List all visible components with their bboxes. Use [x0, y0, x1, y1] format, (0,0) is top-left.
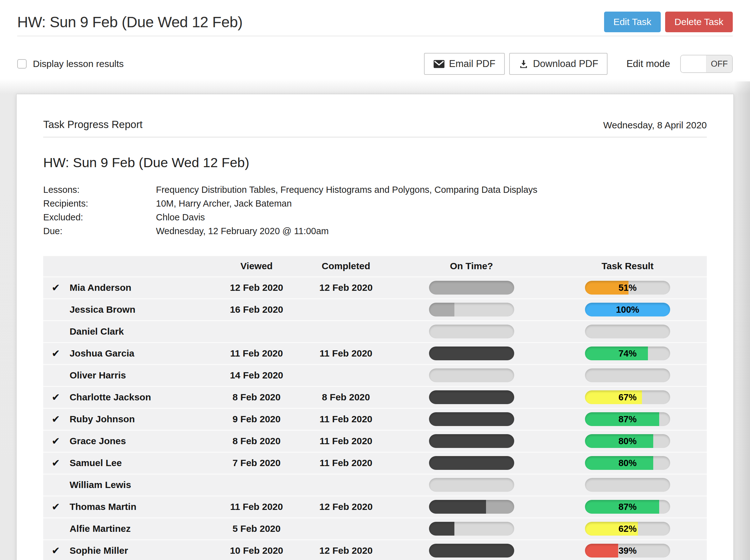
task-result-bar: 51%	[585, 281, 670, 295]
task-result-cell	[548, 321, 707, 342]
delete-task-button[interactable]: Delete Task	[665, 12, 733, 32]
edit-task-button[interactable]: Edit Task	[604, 12, 661, 32]
on-time-cell	[395, 518, 548, 540]
task-result-cell: 67%	[548, 386, 707, 408]
edit-mode-toggle-state: OFF	[707, 55, 732, 72]
student-name: Oliver Harris	[68, 364, 216, 386]
edit-mode-toggle-knob[interactable]	[681, 55, 707, 72]
on-time-bar	[429, 412, 514, 426]
report-title: Task Progress Report	[43, 119, 142, 131]
bar-segment-mid	[486, 500, 514, 514]
col-header-completed: Completed	[297, 256, 395, 277]
completed-date	[297, 321, 395, 342]
task-result-cell	[548, 364, 707, 386]
email-pdf-button[interactable]: Email PDF	[424, 53, 505, 75]
email-pdf-label: Email PDF	[449, 58, 495, 69]
student-name: Grace Jones	[68, 430, 216, 452]
download-icon	[518, 59, 529, 69]
student-name: Jessica Brown	[68, 299, 216, 321]
student-name: Alfie Martinez	[68, 518, 216, 540]
on-time-bar	[429, 303, 514, 317]
on-time-cell	[395, 540, 548, 560]
on-time-bar	[429, 391, 514, 404]
display-lesson-results-control[interactable]: Display lesson results	[17, 59, 124, 69]
viewed-date: 8 Feb 2020	[216, 430, 297, 452]
completed-check-cell	[43, 299, 68, 321]
check-icon: ✔	[52, 414, 60, 425]
task-result-cell: 87%	[548, 408, 707, 430]
on-time-bar	[585, 368, 670, 382]
detail-label: Excluded:	[43, 211, 156, 224]
page-title: HW: Sun 9 Feb (Due Wed 12 Feb)	[17, 14, 243, 31]
detail-value: Frequency Distribution Tables, Frequency…	[156, 183, 707, 197]
edit-mode-toggle[interactable]: OFF	[680, 55, 733, 73]
bar-segment-mid	[429, 281, 514, 295]
task-result-bar: 74%	[585, 346, 670, 360]
col-header-task-result: Task Result	[548, 256, 707, 277]
on-time-bar	[585, 478, 670, 492]
detail-value: 10M, Harry Archer, Jack Bateman	[156, 197, 707, 211]
on-time-cell	[395, 364, 548, 386]
completed-date	[297, 474, 395, 496]
bar-segment-mid	[429, 303, 455, 317]
completed-date	[297, 518, 395, 540]
check-icon: ✔	[52, 348, 60, 359]
on-time-bar	[429, 325, 514, 338]
check-icon: ✔	[52, 457, 60, 468]
on-time-bar	[429, 522, 514, 536]
bar-segment-dark	[429, 434, 514, 448]
detail-value: Wednesday, 12 February 2020 @ 11:00am	[156, 224, 707, 238]
student-name: William Lewis	[68, 474, 216, 496]
on-time-cell	[395, 277, 548, 299]
page-header: HW: Sun 9 Feb (Due Wed 12 Feb) Edit Task…	[0, 0, 750, 36]
task-result-percent: 87%	[585, 500, 670, 514]
display-lesson-results-checkbox[interactable]	[17, 59, 27, 68]
bar-segment-dark	[429, 522, 455, 536]
task-result-percent: 87%	[585, 412, 670, 426]
task-result-cell: 39%	[548, 540, 707, 560]
detail-row: Excluded:Chloe Davis	[43, 211, 707, 224]
table-row: ✔Charlotte Jackson8 Feb 20208 Feb 202067…	[43, 386, 707, 408]
on-time-bar	[429, 500, 514, 514]
col-header-name	[68, 256, 216, 277]
completed-date: 11 Feb 2020	[297, 342, 395, 364]
task-result-cell: 80%	[548, 452, 707, 474]
table-row: ✔Joshua Garcia11 Feb 202011 Feb 202074%	[43, 342, 707, 364]
completed-date: 12 Feb 2020	[297, 540, 395, 560]
student-name: Joshua Garcia	[68, 342, 216, 364]
download-pdf-button[interactable]: Download PDF	[509, 53, 608, 75]
task-result-bar: 67%	[585, 391, 670, 404]
viewed-date: 7 Feb 2020	[216, 452, 297, 474]
check-icon: ✔	[52, 435, 60, 447]
task-result-percent: 74%	[585, 346, 670, 360]
student-name: Ruby Johnson	[68, 408, 216, 430]
completed-date: 11 Feb 2020	[297, 408, 395, 430]
controls-row: Display lesson results Email PDF Downloa…	[0, 53, 750, 75]
detail-label: Due:	[43, 224, 156, 238]
report-panel: Task Progress Report Wednesday, 8 April …	[16, 94, 734, 560]
task-result-percent: 80%	[585, 434, 670, 448]
header-actions: Edit Task Delete Task	[604, 12, 733, 32]
email-icon	[433, 60, 445, 68]
student-name: Sophie Miller	[68, 540, 216, 560]
on-time-bar	[429, 368, 514, 382]
task-result-bar: 62%	[585, 522, 670, 536]
table-row: ✔Thomas Martin11 Feb 202012 Feb 202087%	[43, 496, 707, 518]
task-result-bar: 87%	[585, 500, 670, 514]
viewed-date: 12 Feb 2020	[216, 277, 297, 299]
completed-check-cell	[43, 474, 68, 496]
bar-segment-dark	[429, 391, 514, 404]
table-row: Oliver Harris14 Feb 2020	[43, 364, 707, 386]
task-result-percent: 62%	[585, 522, 670, 536]
header-divider	[17, 36, 733, 36]
detail-row: Recipients:10M, Harry Archer, Jack Batem…	[43, 197, 707, 211]
completed-check-cell	[43, 364, 68, 386]
table-row: ✔Mia Anderson12 Feb 202012 Feb 202051%	[43, 277, 707, 299]
completed-check-cell: ✔	[43, 386, 68, 408]
col-header-viewed: Viewed	[216, 256, 297, 277]
display-lesson-results-label: Display lesson results	[33, 59, 124, 69]
task-result-bar: 80%	[585, 456, 670, 470]
viewed-date: 11 Feb 2020	[216, 496, 297, 518]
on-time-cell	[395, 430, 548, 452]
viewed-date	[216, 474, 297, 496]
